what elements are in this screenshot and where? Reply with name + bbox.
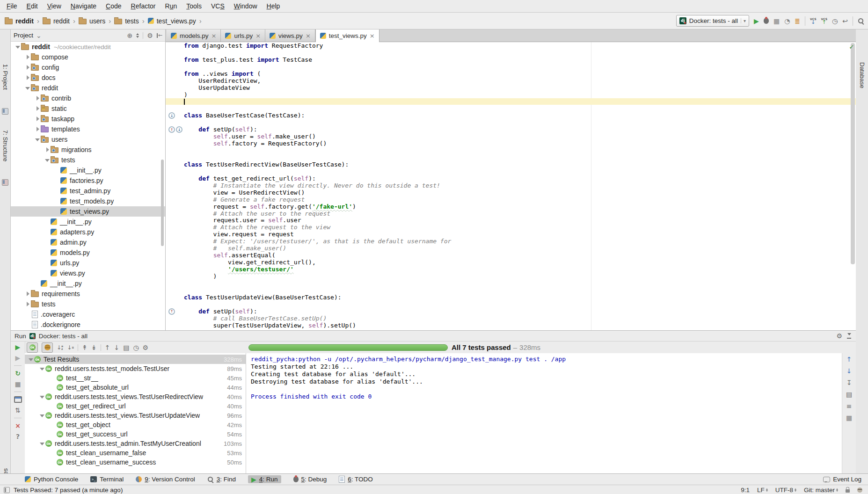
breadcrumb-item[interactable]: reddit xyxy=(43,17,70,25)
code-line[interactable]: request.user = self.user xyxy=(166,217,856,224)
toolwindow-button-terminal[interactable]: Terminal xyxy=(90,476,124,483)
code-line[interactable]: '/users/testuser/' xyxy=(166,266,856,273)
code-line[interactable] xyxy=(166,49,856,56)
code-line[interactable] xyxy=(166,154,856,161)
code-line[interactable] xyxy=(166,147,856,154)
tab-test_views.py[interactable]: test_views.py xyxy=(315,29,379,42)
test-result-row[interactable]: test_get_redirect_url40ms xyxy=(25,401,246,411)
show-ignored-toggle[interactable] xyxy=(42,342,53,353)
select-first-failed-button[interactable] xyxy=(15,407,21,414)
expanded-arrow-icon[interactable] xyxy=(28,355,34,364)
breadcrumb-item[interactable]: users xyxy=(79,17,105,25)
code-line[interactable]: ) xyxy=(166,91,856,98)
code-line[interactable]: def test_get_redirect_url(self): xyxy=(166,175,856,182)
run-configuration-dropdown[interactable]: Docker: tests - all ▾ xyxy=(676,15,749,27)
search-everywhere-icon[interactable] xyxy=(858,18,864,24)
menu-edit[interactable]: Edit xyxy=(22,0,43,12)
menu-view[interactable]: View xyxy=(43,0,66,12)
toolwindow-button-python-console[interactable]: Python Console xyxy=(25,476,78,483)
git-branch-widget[interactable]: Git: master xyxy=(804,487,838,494)
code-line[interactable]: view = UserRedirectView() xyxy=(166,189,856,196)
tab-urls.py[interactable]: urls.py xyxy=(221,29,265,42)
test-result-row[interactable]: reddit.users.tests.test_views.TestUserRe… xyxy=(25,392,246,401)
tree-item[interactable]: config xyxy=(11,62,165,73)
toolwindow-switcher-icon[interactable] xyxy=(4,487,10,493)
code-line[interactable]: # Expect: '/users/testuser/', as that is… xyxy=(166,238,856,245)
code-line[interactable]: self.user = self.make_user() xyxy=(166,133,856,140)
profiler-button[interactable] xyxy=(784,18,790,24)
code-line[interactable]: # call BaseUserTestCase.setUp() xyxy=(166,315,856,322)
tree-item[interactable]: tests xyxy=(11,299,165,309)
code-line[interactable]: UserRedirectView, xyxy=(166,77,856,84)
vcs-commit-button[interactable] xyxy=(821,17,827,24)
test-result-row[interactable]: test_clean_username_success50ms xyxy=(25,458,246,467)
test-history-icon[interactable] xyxy=(133,344,139,351)
close-icon[interactable] xyxy=(212,32,217,39)
run-test-gutter-icon[interactable] xyxy=(176,126,182,133)
collapsed-arrow-icon[interactable] xyxy=(24,289,31,299)
code-line[interactable]: from ..views import ( xyxy=(166,70,856,77)
expanded-arrow-icon[interactable] xyxy=(39,392,45,401)
expand-all-icon[interactable] xyxy=(82,344,88,351)
test-result-row[interactable]: test_get_absolute_url44ms xyxy=(25,383,246,392)
print-icon[interactable] xyxy=(846,403,852,409)
project-tree-scrollbar[interactable] xyxy=(161,160,164,246)
project-icon[interactable] xyxy=(2,108,8,115)
code-line[interactable]: self.assertEqual( xyxy=(166,252,856,259)
tree-item[interactable]: __init__.py xyxy=(11,217,165,227)
collapsed-arrow-icon[interactable] xyxy=(24,52,31,62)
tree-item[interactable]: __init__.py xyxy=(11,278,165,289)
collapsed-arrow-icon[interactable] xyxy=(34,114,41,124)
collapsed-arrow-icon[interactable] xyxy=(44,145,51,155)
code-line[interactable] xyxy=(166,63,856,70)
code-line[interactable]: def setUp(self): xyxy=(166,126,856,133)
code-line[interactable] xyxy=(166,280,856,287)
recent-changes-button[interactable] xyxy=(832,18,838,24)
hide-panel-icon[interactable] xyxy=(847,333,851,339)
collapsed-arrow-icon[interactable] xyxy=(24,62,31,73)
tree-item[interactable]: taskapp xyxy=(11,114,165,124)
expanded-arrow-icon[interactable] xyxy=(24,83,31,93)
menu-run[interactable]: Run xyxy=(160,0,182,12)
code-line[interactable]: request = self.factory.get('/fake-url') xyxy=(166,203,856,210)
expanded-arrow-icon[interactable] xyxy=(15,42,21,52)
collapsed-arrow-icon[interactable] xyxy=(34,103,41,114)
code-line[interactable]: # self.make_user() xyxy=(166,245,856,252)
tree-item[interactable]: admin.py xyxy=(11,237,165,247)
menu-navigate[interactable]: Navigate xyxy=(66,0,101,12)
tree-item[interactable]: templates xyxy=(11,124,165,134)
test-result-row[interactable]: Test Results328ms xyxy=(25,355,246,364)
toolwindow-button-debug[interactable]: 5: Debug xyxy=(293,476,327,483)
tree-item[interactable]: models.py xyxy=(11,247,165,258)
next-test-icon[interactable] xyxy=(114,344,119,351)
menu-help[interactable]: Help xyxy=(262,0,285,12)
close-icon[interactable] xyxy=(15,422,21,429)
collapse-all-icon[interactable] xyxy=(91,344,97,351)
menu-vcs[interactable]: VCS xyxy=(206,0,229,12)
test-result-row[interactable]: reddit.users.tests.test_admin.TestMyUser… xyxy=(25,439,246,448)
test-result-row[interactable]: reddit.users.tests.test_models.TestUser8… xyxy=(25,364,246,373)
test-result-row[interactable]: test_clean_username_false53ms xyxy=(25,448,246,458)
export-results-icon[interactable] xyxy=(123,344,129,351)
editor-scrollbar[interactable] xyxy=(851,43,855,264)
rerun-tests-button[interactable] xyxy=(15,344,21,350)
toolwindow-tab-structure[interactable]: 7: Structure xyxy=(2,130,9,161)
code-line[interactable]: # Attach the user to the request xyxy=(166,210,856,217)
code-line[interactable]: class TestUserUpdateView(BaseUserTestCas… xyxy=(166,294,856,301)
toolwindow-button-run[interactable]: 4: Run xyxy=(248,475,281,483)
close-icon[interactable] xyxy=(306,32,311,39)
toolwindow-button-version-control[interactable]: 9: Version Control xyxy=(136,476,195,483)
collapsed-arrow-icon[interactable] xyxy=(24,73,31,83)
toolwindow-button-find[interactable]: 3: Find xyxy=(207,476,236,483)
code-line[interactable] xyxy=(166,98,856,105)
clear-console-icon[interactable] xyxy=(846,414,852,421)
sort-by-duration-icon[interactable]: ≡ xyxy=(67,344,74,351)
tree-item[interactable]: __init__.py xyxy=(11,165,165,175)
stop-button[interactable] xyxy=(15,381,21,387)
tree-item[interactable]: requirements xyxy=(11,289,165,299)
collapsed-arrow-icon[interactable] xyxy=(34,93,41,103)
tree-item[interactable]: .coveragerc xyxy=(11,309,165,320)
code-line[interactable]: self.factory = RequestFactory() xyxy=(166,140,856,147)
collapsed-arrow-icon[interactable] xyxy=(34,124,41,134)
menu-file[interactable]: File xyxy=(2,0,22,12)
